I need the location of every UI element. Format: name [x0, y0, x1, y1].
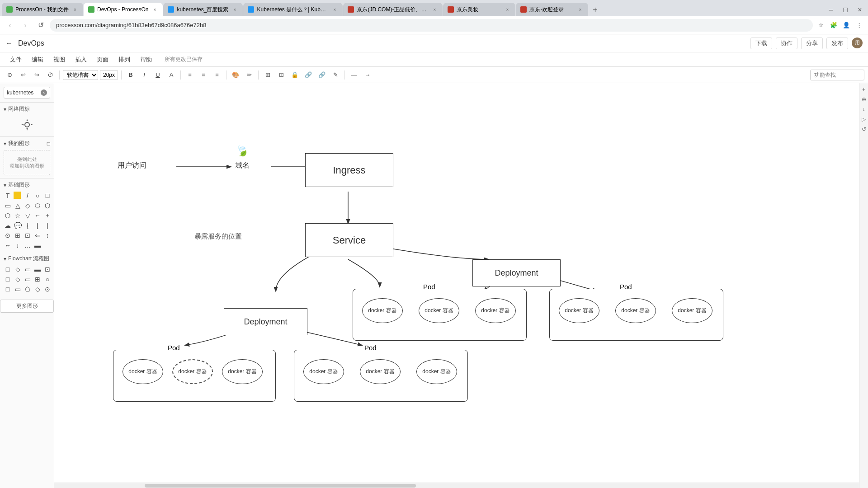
tab-3-close[interactable]: × — [231, 6, 238, 13]
flow-shape-11[interactable]: □ — [4, 285, 12, 293]
docker12-oval[interactable]: docker 容器 — [672, 298, 712, 323]
menu-arrange[interactable]: 排列 — [114, 54, 135, 66]
network-icons-collapse-icon[interactable]: ▾ — [4, 106, 6, 113]
menu-view[interactable]: 视图 — [49, 54, 70, 66]
docker8-oval[interactable]: docker 容器 — [419, 298, 459, 323]
service-box[interactable]: Service — [305, 223, 393, 257]
italic-button[interactable]: I — [138, 69, 150, 81]
docker4-oval[interactable]: docker 容器 — [303, 359, 344, 384]
redo-button[interactable]: ↪ — [31, 69, 42, 81]
menu-help[interactable]: 帮助 — [136, 54, 156, 66]
link-button[interactable]: 🔗 — [316, 69, 328, 81]
shape-left-arrow2[interactable]: ⇐ — [33, 231, 42, 239]
network-icon-gear[interactable] — [4, 116, 50, 134]
shape-inner-rect[interactable]: ⊞ — [14, 231, 22, 239]
flow-shape-7[interactable]: ◇ — [14, 275, 22, 283]
minimize-button[interactable]: – — [825, 4, 837, 16]
reload-button[interactable]: ↺ — [34, 19, 47, 32]
flow-shape-13[interactable]: ⬠ — [24, 285, 32, 293]
group-button[interactable]: ⊡ — [275, 69, 287, 81]
scrollbar-thumb[interactable] — [145, 484, 416, 488]
flow-shape-1[interactable]: □ — [4, 265, 12, 273]
download-button[interactable]: 下载 — [750, 38, 772, 49]
shape-ellipse[interactable]: ⊙ — [4, 231, 12, 239]
my-shapes-add-icon[interactable]: □ — [47, 141, 50, 147]
docker1-oval[interactable]: docker 容器 — [123, 359, 163, 384]
address-input[interactable] — [50, 19, 813, 32]
back-button[interactable]: ‹ — [4, 19, 16, 32]
deployment-right-box[interactable]: Deployment — [472, 259, 561, 286]
docker6-oval[interactable]: docker 容器 — [416, 359, 457, 384]
shape-text[interactable]: T — [4, 192, 12, 200]
extension-icon[interactable]: 🧩 — [828, 20, 839, 31]
clear-search-button[interactable]: × — [41, 89, 47, 96]
font-size-input[interactable] — [100, 70, 118, 80]
shape-diamond[interactable]: ◇ — [24, 202, 32, 210]
shape-left-arrow[interactable]: ← — [33, 211, 42, 220]
flow-shape-4[interactable]: ▬ — [33, 265, 42, 273]
basic-shapes-collapse-icon[interactable]: ▾ — [4, 182, 6, 188]
collaborate-button[interactable]: 协作 — [776, 38, 797, 49]
right-panel-icon-3[interactable]: ↓ — [860, 106, 868, 113]
menu-insert[interactable]: 插入 — [71, 54, 91, 66]
flow-shape-12[interactable]: ▭ — [14, 285, 22, 293]
reset-button[interactable]: ⊙ — [4, 69, 15, 81]
flow-shape-9[interactable]: ⊞ — [33, 275, 42, 283]
shape-hexagon[interactable]: ⬡ — [43, 202, 52, 210]
user-avatar[interactable]: 用 — [852, 38, 863, 48]
shape-pentagon[interactable]: ⬠ — [33, 202, 42, 210]
shape-down-arrow[interactable]: ▽ — [24, 211, 32, 220]
tab-5-close[interactable]: × — [431, 6, 438, 13]
shape-line[interactable]: / — [24, 192, 32, 200]
tab-7-close[interactable]: × — [576, 6, 584, 13]
underline-button[interactable]: U — [152, 69, 164, 81]
menu-page[interactable]: 页面 — [92, 54, 113, 66]
docker5-oval[interactable]: docker 容器 — [360, 359, 401, 384]
docker10-oval[interactable]: docker 容器 — [559, 298, 599, 323]
my-shapes-collapse-icon[interactable]: ▾ — [4, 141, 6, 147]
shape-callout[interactable]: 💬 — [14, 221, 22, 230]
tab-6[interactable]: 京东美妆 × — [443, 3, 515, 16]
font-color-button[interactable]: A — [165, 69, 177, 81]
undo-button[interactable]: ↩ — [17, 69, 29, 81]
shape-square[interactable] — [14, 192, 21, 199]
shape-down-arrow2[interactable]: ↓ — [14, 241, 22, 249]
flow-shape-10[interactable]: ○ — [43, 275, 52, 283]
flowchart-collapse-icon[interactable]: ▾ — [4, 256, 6, 262]
border-color-button[interactable]: ✏ — [243, 69, 255, 81]
shape-pipe[interactable]: | — [43, 221, 52, 230]
shape-bracket[interactable]: { — [24, 221, 32, 230]
font-selector[interactable]: 软笔楷書 — [63, 70, 98, 80]
forward-button[interactable]: › — [19, 19, 32, 32]
docker2-oval[interactable]: docker 容器 — [172, 359, 213, 384]
arrow-type-button[interactable]: → — [362, 69, 373, 81]
maximize-button[interactable]: □ — [839, 4, 852, 16]
tab-4[interactable]: Kubernetes 是什么？| Kubern... × — [243, 3, 343, 16]
publish-button[interactable]: 发布 — [826, 38, 848, 49]
deployment-left-box[interactable]: Deployment — [224, 308, 307, 335]
flow-shape-15[interactable]: ⊙ — [43, 285, 52, 293]
flow-shape-2[interactable]: ◇ — [14, 265, 22, 273]
flow-shape-3[interactable]: ▭ — [24, 265, 32, 273]
flow-shape-6[interactable]: □ — [4, 275, 12, 283]
sidebar-search-box[interactable]: kubernetes × — [4, 87, 50, 99]
tab-5[interactable]: 京东(JD.COM)-正品低价、品质... × — [343, 3, 443, 16]
close-window-button[interactable]: × — [854, 4, 866, 16]
docker11-oval[interactable]: docker 容器 — [615, 298, 656, 323]
fill-color-button[interactable]: 🎨 — [230, 69, 241, 81]
shape-triangle[interactable]: △ — [14, 202, 22, 210]
ingress-box[interactable]: Ingress — [305, 153, 393, 187]
bookmark-icon[interactable]: ☆ — [816, 20, 826, 31]
tab-6-close[interactable]: × — [504, 6, 511, 13]
right-panel-icon-1[interactable]: + — [860, 86, 868, 93]
docker9-oval[interactable]: docker 容器 — [475, 298, 516, 323]
line-type-button[interactable]: — — [348, 69, 360, 81]
docker3-oval[interactable]: docker 容器 — [222, 359, 263, 384]
profile-icon[interactable]: 👤 — [841, 20, 852, 31]
shape-cloud[interactable]: ☁ — [4, 221, 12, 230]
bold-button[interactable]: B — [125, 69, 137, 81]
align-center-button[interactable]: ≡ — [198, 69, 209, 81]
right-panel-icon-4[interactable]: ▷ — [860, 116, 868, 123]
app-back-button[interactable]: ← — [5, 39, 13, 47]
canvas-area[interactable]: 用户访问 域名 Ingress Service 暴露服务的位置 Deployme… — [54, 83, 859, 488]
